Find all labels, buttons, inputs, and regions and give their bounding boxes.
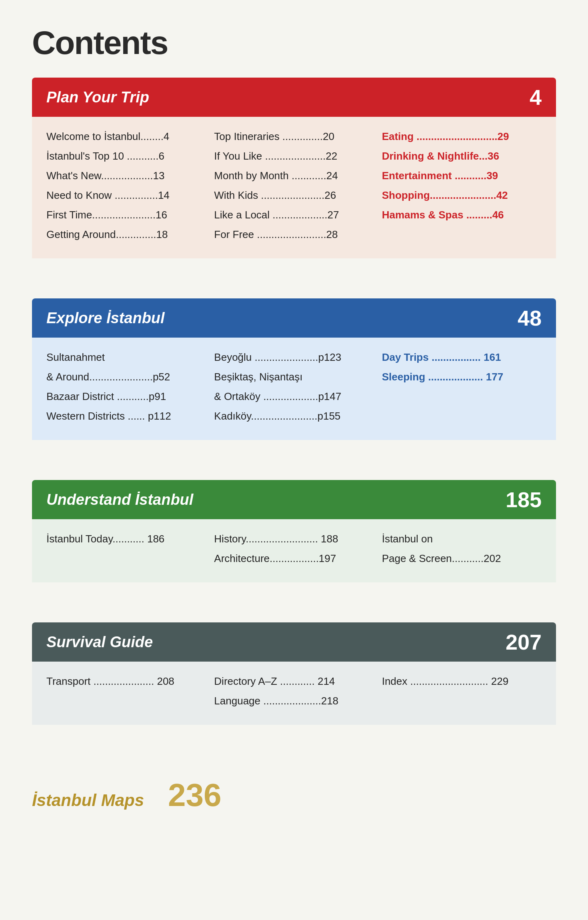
explore-istanbul-section: Explore İstanbul 48 Sultanahmet & Around… [32,298,556,460]
understand-section-bar: Understand İstanbul 185 [32,480,556,519]
explore-item: Bazaar District ...........p91 [46,389,206,404]
survival-item: Transport ..................... 208 [46,674,206,689]
explore-section-content: Sultanahmet & Around....................… [32,338,556,440]
explore-section-bar: Explore İstanbul 48 [32,298,556,338]
plan-your-trip-section: Plan Your Trip 4 Welcome to İstanbul....… [32,78,556,278]
plan-item: Top Itineraries ..............20 [214,129,374,144]
survival-col1: Transport ..................... 208 [46,674,206,709]
explore-item: Western Districts ...... p112 [46,408,206,424]
survival-item: Directory A–Z ............ 214 [214,674,374,689]
understand-istanbul-section: Understand İstanbul 185 İstanbul Today..… [32,480,556,602]
plan-item: With Kids ......................26 [214,188,374,203]
understand-section-content: İstanbul Today........... 186 History...… [32,519,556,582]
plan-item-entertainment: Entertainment ...........39 [382,168,542,184]
explore-section-number: 48 [518,306,542,330]
understand-col3: İstanbul on Page & Screen...........202 [382,531,542,566]
maps-title: İstanbul Maps [32,791,144,810]
explore-col3: Day Trips ................. 161 Sleeping… [382,350,542,424]
plan-item: If You Like .....................22 [214,148,374,164]
survival-section-bar: Survival Guide 207 [32,622,556,662]
plan-col1: Welcome to İstanbul........4 İstanbul's … [46,129,206,242]
plan-col3: Eating ............................29 Dr… [382,129,542,242]
plan-section-bar: Plan Your Trip 4 [32,78,556,117]
survival-col3: Index ........................... 229 [382,674,542,709]
explore-item-sleeping: Sleeping ................... 177 [382,369,542,385]
plan-col2: Top Itineraries ..............20 If You … [214,129,374,242]
survival-guide-section: Survival Guide 207 Transport ...........… [32,622,556,745]
plan-item-shopping: Shopping.......................42 [382,188,542,203]
understand-section-title: Understand İstanbul [46,491,193,508]
plan-item: Need to Know ...............14 [46,188,206,203]
understand-item: Architecture.................197 [214,551,374,566]
survival-section-title: Survival Guide [46,634,153,651]
explore-item: & Ortaköy ...................p147 [214,389,374,404]
understand-item: Page & Screen...........202 [382,551,542,566]
understand-item: İstanbul on [382,531,542,547]
plan-item-hamams: Hamams & Spas .........46 [382,207,542,223]
plan-section-title: Plan Your Trip [46,89,149,106]
understand-item: İstanbul Today........... 186 [46,531,206,547]
survival-section-number: 207 [506,630,542,654]
plan-item: Like a Local ...................27 [214,207,374,223]
plan-item: What's New..................13 [46,168,206,184]
explore-col2: Beyoğlu ......................p123 Beşik… [214,350,374,424]
understand-col2: History......................... 188 Arc… [214,531,374,566]
maps-number: 236 [168,777,221,814]
maps-section: İstanbul Maps 236 [32,777,556,814]
survival-item: Language ....................218 [214,693,374,709]
explore-item: & Around......................p52 [46,369,206,385]
survival-section-content: Transport ..................... 208 Dire… [32,662,556,725]
plan-item: For Free ........................28 [214,227,374,242]
plan-toc-grid: Welcome to İstanbul........4 İstanbul's … [46,129,542,242]
understand-item: History......................... 188 [214,531,374,547]
explore-item: Beyoğlu ......................p123 [214,350,374,365]
plan-item: Welcome to İstanbul........4 [46,129,206,144]
plan-item: Month by Month ............24 [214,168,374,184]
survival-item: Index ........................... 229 [382,674,542,689]
survival-toc-grid: Transport ..................... 208 Dire… [46,674,542,709]
plan-item: Getting Around..............18 [46,227,206,242]
page-title: Contents [32,24,556,62]
understand-col1: İstanbul Today........... 186 [46,531,206,566]
understand-toc-grid: İstanbul Today........... 186 History...… [46,531,542,566]
explore-toc-grid: Sultanahmet & Around....................… [46,350,542,424]
explore-col1: Sultanahmet & Around....................… [46,350,206,424]
plan-item-drinking: Drinking & Nightlife...36 [382,148,542,164]
plan-section-number: 4 [530,85,542,110]
survival-col2: Directory A–Z ............ 214 Language … [214,674,374,709]
plan-section-content: Welcome to İstanbul........4 İstanbul's … [32,117,556,258]
explore-item: Sultanahmet [46,350,206,365]
plan-item: First Time......................16 [46,207,206,223]
explore-item: Kadıköy.......................p155 [214,408,374,424]
explore-item-daytrips: Day Trips ................. 161 [382,350,542,365]
plan-item-eating: Eating ............................29 [382,129,542,144]
understand-section-number: 185 [506,487,542,512]
explore-section-title: Explore İstanbul [46,310,165,327]
explore-item: Beşiktaş, Nişantaşı [214,369,374,385]
plan-item: İstanbul's Top 10 ...........6 [46,148,206,164]
